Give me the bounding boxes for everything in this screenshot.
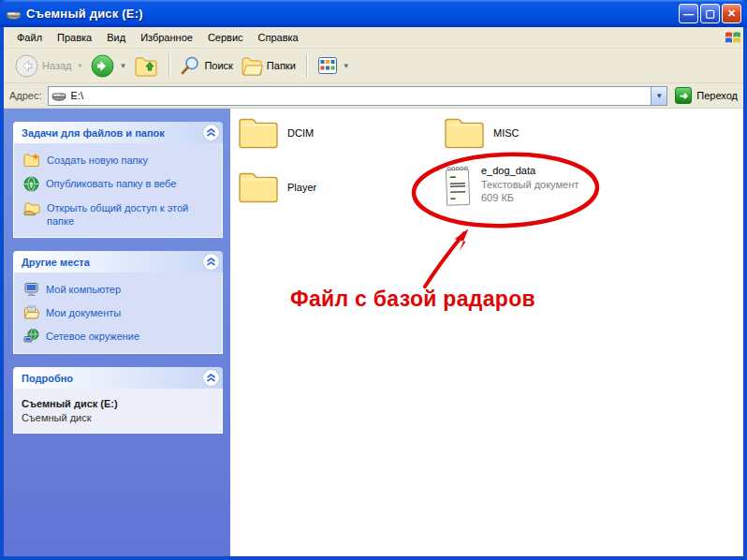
chevron-up-icon[interactable] [203,370,219,386]
window-title: Съемный диск (E:) [26,7,677,21]
address-combo[interactable]: E:\ ▼ [48,86,668,106]
go-label: Переход [696,90,738,101]
menu-tools[interactable]: Сервис [200,29,251,46]
toolbar: Назад ▼ ▼ Поиск Папки [4,49,743,83]
panel-title: Другие места [22,257,203,268]
place-label: Мои документы [46,305,121,320]
place-label: Мой компьютер [46,282,121,297]
folder-name: DCIM [287,127,314,139]
folder-tile-player[interactable]: Player [238,170,439,203]
forward-dropdown-icon[interactable]: ▼ [119,62,126,70]
minimize-button[interactable]: — [679,4,698,23]
file-list-area: DCIM MISC Player e_dog_data [230,109,743,556]
search-button[interactable]: Поиск [176,53,236,78]
chevron-up-icon[interactable] [203,125,219,140]
file-name: e_dog_data [481,165,579,176]
forward-button[interactable]: ▼ [87,52,130,80]
task-publish-web[interactable]: Опубликовать папку в вебе [23,176,216,192]
folder-icon [444,116,485,149]
title-bar: Съемный диск (E:) — ▢ ✕ [0,0,747,27]
back-dropdown-icon[interactable]: ▼ [77,62,84,70]
panel-file-tasks-header[interactable]: Задачи для файлов и папок [13,122,223,143]
views-button[interactable]: ▼ [314,54,354,77]
link-my-documents[interactable]: Мои документы [23,305,216,320]
panel-title: Задачи для файлов и папок [22,127,203,139]
folder-up-icon [134,54,158,77]
windows-logo-icon [725,29,741,46]
annotation-arrowhead [454,228,469,251]
folders-icon [241,55,263,76]
menu-bar: Файл Правка Вид Избранное Сервис Справка [4,27,743,49]
views-icon [317,56,338,75]
annotation-text: Файл с базой радаров [290,287,535,312]
folder-name: MISC [493,127,520,139]
menu-help[interactable]: Справка [251,29,306,46]
search-icon [180,55,200,76]
panel-details-header[interactable]: Подробно [13,367,223,389]
panel-details: Подробно Съемный диск (E:) Съемный диск [13,367,223,434]
task-label: Открыть общий доступ к этой папке [47,200,216,228]
menu-edit[interactable]: Правка [50,29,99,46]
task-create-folder[interactable]: Создать новую папку [23,153,216,168]
publish-web-icon [23,176,39,192]
my-documents-icon [23,305,39,319]
back-icon [15,54,38,78]
toolbar-separator [168,53,169,78]
close-button[interactable]: ✕ [722,4,741,23]
task-label: Создать новую папку [47,153,148,168]
task-share-folder[interactable]: Открыть общий доступ к этой папке [23,200,216,228]
address-label: Адрес: [9,90,42,101]
text-document-icon [443,164,473,208]
toolbar-separator [306,53,307,78]
go-button[interactable]: ➜ Переход [675,87,738,104]
share-folder-icon [23,200,40,215]
folder-tile-misc[interactable]: MISC [444,116,645,149]
menu-file[interactable]: Файл [9,29,50,46]
details-title: Съемный диск (E:) [22,398,214,409]
address-bar: Адрес: E:\ ▼ ➜ Переход [4,83,743,109]
folder-name: Player [287,182,316,193]
details-subtitle: Съемный диск [22,412,214,423]
panel-file-tasks: Задачи для файлов и папок Создать новую … [13,122,223,238]
folder-icon [238,116,279,149]
link-my-computer[interactable]: Мой компьютер [23,282,216,297]
file-tile-e-dog-data[interactable]: e_dog_data Текстовый документ 609 КБ [444,165,659,208]
up-button[interactable] [130,52,162,79]
folders-button[interactable]: Папки [237,53,300,78]
menu-favorites[interactable]: Избранное [133,29,200,46]
address-value: E:\ [71,90,652,101]
address-dropdown-button[interactable]: ▼ [651,87,666,105]
annotation-arrow [425,233,464,287]
panel-other-places: Другие места Мой компьютер [13,251,223,354]
back-label: Назад [42,60,72,71]
task-label: Опубликовать папку в вебе [46,176,176,191]
back-button[interactable]: Назад ▼ [11,52,87,80]
network-icon [23,329,39,344]
my-computer-icon [23,282,39,297]
menu-view[interactable]: Вид [99,29,133,46]
removable-disk-icon [6,7,22,21]
chevron-up-icon[interactable] [203,254,219,270]
folders-label: Папки [267,60,296,71]
content-area: Задачи для файлов и папок Создать новую … [4,109,743,556]
maximize-button[interactable]: ▢ [700,4,720,23]
folder-tile-dcim[interactable]: DCIM [238,116,439,149]
folder-icon [238,170,279,203]
removable-disk-icon [51,90,66,101]
forward-icon [91,54,114,78]
panel-other-places-header[interactable]: Другие места [13,251,223,273]
explorer-window: Съемный диск (E:) — ▢ ✕ Файл Правка Вид … [0,0,747,560]
new-folder-icon [23,153,40,167]
go-arrow-icon: ➜ [675,87,692,104]
search-label: Поиск [204,60,232,71]
views-dropdown-icon[interactable]: ▼ [343,62,350,70]
file-size: 609 КБ [481,191,579,204]
link-network-places[interactable]: Сетевое окружение [23,329,216,344]
place-label: Сетевое окружение [46,329,139,344]
file-type: Текстовый документ [481,178,579,191]
panel-title: Подробно [22,373,203,384]
task-pane-sidebar: Задачи для файлов и папок Создать новую … [4,109,230,556]
